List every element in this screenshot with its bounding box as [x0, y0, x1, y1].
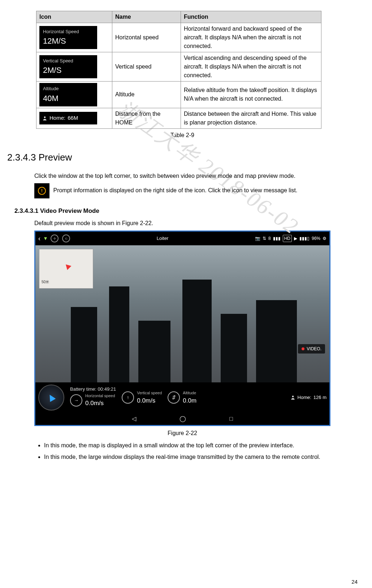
video-preview-area[interactable]: 50米 VIDEO.	[35, 245, 329, 382]
hud-altitude: ⇵ Altitude 0.0m	[168, 390, 196, 405]
nav-back-icon[interactable]: ◁	[132, 414, 136, 423]
signal-bars-icon: ▮▮▮	[273, 235, 281, 242]
name-cell: Vertical speed	[112, 52, 181, 82]
name-cell: Distance from the HOME	[112, 108, 181, 128]
app-topbar: ‹ ▾ ✈ ⎋ Loiter 📷 ⇅ 8 ▮▮▮ HD ▶ ▮▮▮▯ 96% ⚙	[35, 232, 329, 245]
camera-icon[interactable]: 📷	[255, 235, 260, 242]
video-recording-badge[interactable]: VIDEO.	[298, 344, 325, 354]
name-cell: Horizontal speed	[112, 23, 181, 52]
icon-cell: Home: 66M	[36, 108, 112, 128]
icon-cell: Horizontal Speed 12M/S	[36, 23, 112, 52]
table-row: Home: 66M Distance from the HOME Distanc…	[36, 108, 321, 128]
icon-cell: Altitude 40M	[36, 82, 112, 108]
flight-hud-bar: Battery time: 00:49:21 → Horizontal spee…	[35, 382, 329, 413]
attitude-indicator[interactable]	[38, 385, 64, 411]
function-cell: Relative altitude from the takeoff posit…	[181, 82, 321, 108]
person-icon	[42, 116, 47, 121]
icon-label: Altitude	[43, 85, 94, 92]
subsection-heading-video-preview: 2.3.4.3.1 Video Preview Mode	[14, 206, 358, 216]
svg-point-0	[44, 116, 46, 118]
paragraph-prompt-text: Prompt information is displayed on the r…	[53, 187, 297, 193]
battery-percent: 96%	[312, 235, 320, 242]
paragraph-default-preview: Default preview mode is shown in Figure …	[34, 219, 330, 228]
hs-value: 0.0m/s	[85, 400, 104, 407]
hs-ring-icon: →	[70, 394, 82, 407]
home-label: Home:	[298, 394, 311, 401]
vertical-speed-icon: Vertical Speed 2M/S	[39, 55, 97, 79]
record-dot-icon	[302, 347, 304, 350]
icon-description-table: Icon Name Function Horizontal Speed 12M/…	[36, 11, 321, 129]
hs-label: Horizontal speed	[85, 393, 115, 399]
altitude-icon: Altitude 40M	[39, 83, 97, 106]
hud-vertical-speed: ↑ Vertical speed 0.0m/s	[122, 390, 162, 405]
flight-mode-label: Loiter	[73, 235, 252, 242]
icon-value: 2M/S	[43, 64, 94, 76]
alt-value: 0.0m	[183, 397, 196, 404]
icon-value: 66M	[68, 114, 78, 122]
android-navbar: ◁ ◯ □	[35, 413, 329, 425]
icon-cell: Vertical Speed 2M/S	[36, 52, 112, 82]
rc-status-icon[interactable]: ⎋	[62, 234, 70, 242]
heading-arrow-icon	[47, 393, 56, 402]
battery-icon: ▮▮▮▯	[299, 235, 310, 242]
function-cell: Horizontal forward and backward speed of…	[181, 23, 321, 52]
nav-home-icon[interactable]: ◯	[179, 414, 186, 423]
hd-badge: HD	[283, 235, 292, 242]
bullet-list: In this mode, the map is displayed in a …	[36, 441, 325, 461]
back-icon[interactable]: ‹	[38, 234, 40, 243]
icon-value: 40M	[43, 92, 94, 104]
drone-status-icon[interactable]: ✈	[51, 234, 59, 242]
table-caption: Table 2-9	[7, 131, 358, 140]
figure-caption: Figure 2-22	[7, 429, 358, 438]
link-icon: ⇅	[263, 235, 266, 242]
header-icon: Icon	[36, 11, 112, 23]
header-function: Function	[181, 11, 321, 23]
battery-time-label: Battery time:	[70, 386, 96, 392]
map-aircraft-marker	[64, 262, 71, 270]
mini-map-window[interactable]: 50米	[39, 249, 93, 289]
vs-label: Vertical speed	[137, 390, 162, 396]
signal-icon: ▾	[44, 234, 47, 243]
list-item: In this mode, the large window displays …	[44, 453, 325, 461]
svg-point-1	[292, 396, 294, 398]
horizontal-speed-icon: Horizontal Speed 12M/S	[39, 26, 97, 49]
vs-value: 0.0m/s	[137, 397, 155, 404]
header-name: Name	[112, 11, 181, 23]
nav-recents-icon[interactable]: □	[229, 414, 233, 423]
list-item: In this mode, the map is displayed in a …	[44, 441, 325, 450]
video-badge-label: VIDEO.	[307, 346, 321, 352]
table-row: Horizontal Speed 12M/S Horizontal speed …	[36, 23, 321, 52]
settings-icon[interactable]: ⚙	[323, 235, 326, 242]
satellite-count: 8	[268, 235, 271, 242]
section-heading-preview: 2.3.4.3 Preview	[7, 150, 358, 164]
function-cell: Vertical ascending and descending speed …	[181, 52, 321, 82]
vs-ring-icon: ↑	[122, 391, 134, 404]
home-value: 126 m	[313, 394, 326, 401]
alt-ring-icon: ⇵	[168, 391, 180, 404]
icon-value: 12M/S	[43, 35, 94, 47]
map-scale-label: 50米	[42, 279, 49, 285]
alt-label: Altitude	[183, 390, 196, 396]
prompt-info-icon[interactable]	[34, 183, 49, 198]
name-cell: Altitude	[112, 82, 181, 108]
icon-label: Home:	[49, 114, 65, 122]
icon-label: Horizontal Speed	[43, 28, 94, 35]
table-row: Altitude 40M Altitude Relative altitude …	[36, 82, 321, 108]
person-icon	[290, 395, 295, 400]
function-cell: Distance between the aircraft and Home. …	[181, 108, 321, 128]
hud-horizontal-speed: → Horizontal speed 0.0m/s	[70, 393, 116, 408]
battery-time-value: 00:49:21	[98, 386, 116, 392]
paragraph-preview-intro: Click the window at the top left corner,…	[34, 172, 330, 180]
table-row: Vertical Speed 2M/S Vertical speed Verti…	[36, 52, 321, 82]
home-distance-icon: Home: 66M	[39, 112, 97, 124]
icon-label: Vertical Speed	[43, 57, 94, 65]
record-icon[interactable]: ▶	[294, 235, 297, 242]
figure-2-22: ‹ ▾ ✈ ⎋ Loiter 📷 ⇅ 8 ▮▮▮ HD ▶ ▮▮▮▯ 96% ⚙…	[34, 231, 330, 426]
table-header-row: Icon Name Function	[36, 11, 321, 23]
paragraph-prompt-info: Prompt information is displayed on the r…	[34, 183, 330, 198]
hud-home-distance: Home: 126 m	[290, 394, 326, 401]
